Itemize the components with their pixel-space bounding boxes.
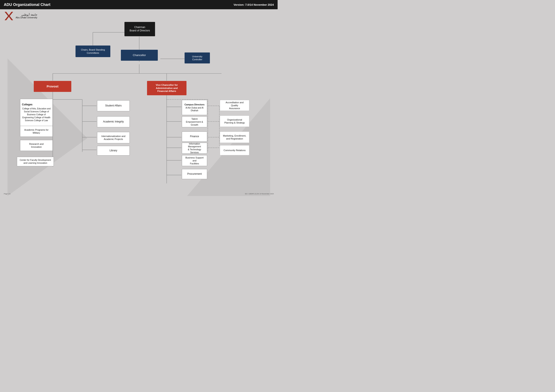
academic-integrity-box: Academic Integrity [97,116,130,127]
community-box: Community Relations [220,145,249,155]
vice-chancellor-box: Vice Chancellor for Administrative and F… [147,81,186,95]
university-controller-box: University Controller [185,52,210,64]
chairs-board-box: Chairs, Board Standing Committees [75,45,110,57]
colleges-title: Colleges [22,103,32,107]
center-faculty-box: Center for Faculty Development and Learn… [17,157,54,166]
chart-area: Chairman Board of Directors Chairs, Boar… [0,9,278,196]
footer-right: EO: 1300/R.13.24/ 14 November 2024 [245,193,274,195]
library-box: Library [97,146,130,156]
chairman-box: Chairman Board of Directors [124,22,155,36]
colleges-box: Colleges College of Arts, Education and … [20,99,53,126]
campus-sub: Al Ain Dubai and Al Dhafrah [184,107,205,112]
academic-programs-box: Academic Programs for Military [20,126,53,137]
procurement-box: Procurement [182,169,207,179]
campus-directors-title: Campus Directors [185,103,204,106]
chancellor-box: Chancellor [121,50,158,61]
header: ADU Organizational Chart Version: 7.0/14… [0,0,278,9]
finance-box: Finance [182,131,207,142]
business-support-box: Business Support and Facilities [182,155,207,166]
header-title: ADU Organizational Chart [4,2,51,7]
talent-box: Talent Empowerment & Growth [182,116,207,127]
marketing-box: Marketing, Enrollment, and Registration [220,131,249,143]
student-affairs-box: Student Affairs [97,100,130,111]
colleges-sub: College of Arts, Education and Social Sc… [22,107,51,122]
footer-left: Page 1/1 [4,193,11,195]
header-version: Version: 7.0/14 November 2024 [234,3,274,6]
provost-box: Provost [34,81,71,92]
campus-directors-box: Campus Directors Al Ain Dubai and Al Dha… [182,100,207,115]
internationalization-box: Internationalization and Academic Projec… [97,132,130,143]
org-planning-box: Organizational Planning & Strategy [220,115,249,127]
info-mgmt-box: Information Management & Technology Serv… [182,143,207,154]
research-box: Research and Innovation [20,140,53,151]
accreditation-box: Accreditation and Quality Assurance [220,100,249,111]
